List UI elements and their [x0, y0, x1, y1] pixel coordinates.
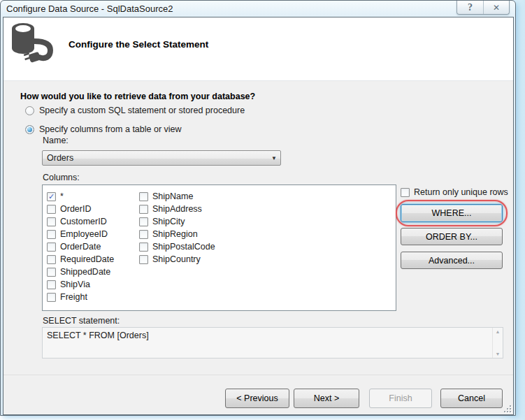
table-name-value: Orders: [43, 153, 268, 163]
wizard-header: Configure the Select Statement: [3, 17, 513, 81]
column-label: ShipPostalCode: [152, 242, 215, 252]
column-item[interactable]: OrderID: [47, 203, 114, 215]
column-label: ShipVia: [60, 280, 90, 289]
caption-button-group: ? ✕: [456, 1, 510, 15]
previous-button[interactable]: < Previous: [225, 389, 289, 408]
configure-data-source-dialog: Configure Data Source - SqlDataSource2 ?…: [0, 0, 516, 416]
columns-label: Columns:: [43, 173, 80, 182]
column-label: Freight: [60, 292, 87, 302]
radio-button-icon[interactable]: [25, 125, 34, 134]
where-button[interactable]: WHERE...: [401, 204, 503, 222]
checkbox-icon[interactable]: [139, 242, 148, 252]
scrollbar[interactable]: ▲ ▼: [492, 328, 503, 358]
column-item[interactable]: ShippedDate: [47, 266, 114, 278]
database-plug-icon: [8, 20, 59, 77]
retrieve-question-label: How would you like to retrieve data from…: [20, 92, 255, 101]
radio-custom-sql-label: Specify a custom SQL statement or stored…: [39, 106, 245, 115]
help-icon[interactable]: ?: [457, 1, 483, 14]
column-label: ShipAddress: [152, 204, 202, 214]
select-statement-box[interactable]: SELECT * FROM [Orders] ▲ ▼: [42, 327, 503, 359]
return-unique-rows-label: Return only unique rows: [414, 187, 508, 197]
select-statement-label: SELECT statement:: [43, 316, 120, 326]
cancel-button[interactable]: Cancel: [440, 389, 503, 408]
columns-list-col2: ShipNameShipAddressShipCityShipRegionShi…: [139, 190, 215, 266]
window-title: Configure Data Source - SqlDataSource2: [6, 3, 173, 14]
select-statement-text[interactable]: SELECT * FROM [Orders]: [43, 328, 492, 358]
page-title: Configure the Select Statement: [69, 39, 208, 50]
checkbox-icon[interactable]: [139, 192, 148, 201]
checkbox-icon[interactable]: [47, 255, 56, 264]
checkbox-icon[interactable]: [47, 205, 56, 214]
checkbox-icon[interactable]: [139, 230, 148, 239]
column-label: OrderDate: [60, 242, 101, 252]
column-item[interactable]: ShipRegion: [139, 228, 215, 240]
column-label: ShippedDate: [60, 267, 110, 277]
column-label: RequiredDate: [60, 254, 114, 264]
dialog-content: Configure the Select Statement How would…: [3, 17, 514, 415]
checkbox-icon[interactable]: ✓: [47, 192, 56, 201]
column-item[interactable]: RequiredDate: [47, 253, 114, 266]
checkbox-icon[interactable]: [139, 255, 148, 264]
return-unique-rows-checkbox[interactable]: Return only unique rows: [401, 187, 508, 197]
checkbox-icon[interactable]: [401, 188, 410, 197]
column-item[interactable]: ShipCity: [139, 215, 215, 228]
close-icon[interactable]: ✕: [483, 1, 509, 14]
column-item[interactable]: ShipAddress: [139, 203, 215, 215]
checkbox-icon[interactable]: [47, 268, 56, 277]
checkbox-icon[interactable]: [47, 242, 56, 252]
column-item[interactable]: Freight: [47, 291, 114, 303]
radio-specify-columns-label: Specify columns from a table or view: [39, 124, 182, 134]
advanced-button[interactable]: Advanced...: [401, 252, 503, 269]
column-label: EmployeeID: [60, 229, 108, 239]
title-bar[interactable]: Configure Data Source - SqlDataSource2 ?…: [1, 1, 515, 17]
resize-grip[interactable]: [503, 405, 512, 413]
column-item[interactable]: CustomerID: [47, 215, 114, 228]
table-name-dropdown[interactable]: Orders ▼: [42, 150, 281, 166]
column-label: ShipName: [152, 191, 193, 201]
checkbox-icon[interactable]: [47, 230, 56, 239]
footer-separator: [3, 375, 513, 375]
scroll-down-icon[interactable]: ▼: [496, 352, 501, 356]
columns-listbox[interactable]: ✓*OrderIDCustomerIDEmployeeIDOrderDateRe…: [42, 184, 396, 311]
checkbox-icon[interactable]: [47, 217, 56, 226]
radio-specify-columns[interactable]: Specify columns from a table or view: [25, 124, 182, 134]
radio-button-icon[interactable]: [25, 106, 34, 115]
next-button[interactable]: Next >: [294, 389, 359, 408]
column-item[interactable]: ShipName: [139, 190, 215, 203]
radio-custom-sql[interactable]: Specify a custom SQL statement or stored…: [25, 106, 245, 115]
column-item[interactable]: EmployeeID: [47, 228, 114, 240]
name-label: Name:: [43, 136, 69, 145]
checkbox-icon[interactable]: [47, 293, 56, 302]
columns-list-col1: ✓*OrderIDCustomerIDEmployeeIDOrderDateRe…: [47, 190, 114, 303]
column-item[interactable]: ShipVia: [47, 278, 114, 291]
checkbox-icon[interactable]: [139, 217, 148, 226]
chevron-down-icon[interactable]: ▼: [268, 155, 280, 161]
column-label: ShipCountry: [152, 254, 201, 264]
column-item[interactable]: ShipPostalCode: [139, 240, 215, 253]
column-item[interactable]: OrderDate: [47, 240, 114, 253]
checkbox-icon[interactable]: [47, 280, 56, 289]
column-item[interactable]: ShipCountry: [139, 253, 215, 266]
column-item[interactable]: ✓*: [47, 190, 114, 203]
scroll-up-icon[interactable]: ▲: [496, 329, 501, 334]
column-label: ShipRegion: [152, 229, 198, 239]
checkbox-icon[interactable]: [139, 205, 148, 214]
column-label: *: [60, 191, 64, 201]
column-label: OrderID: [60, 204, 91, 214]
column-label: CustomerID: [60, 217, 107, 226]
column-label: ShipCity: [152, 217, 185, 226]
order-by-button[interactable]: ORDER BY...: [401, 228, 503, 245]
finish-button: Finish: [369, 389, 432, 408]
